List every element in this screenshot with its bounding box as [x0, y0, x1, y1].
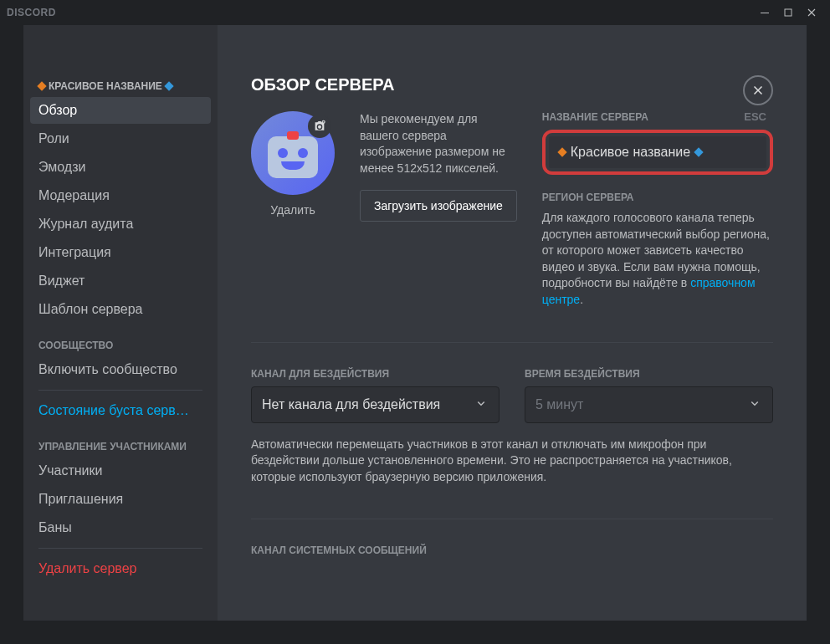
- titlebar: DISCORD: [0, 0, 830, 25]
- idle-help-text: Автоматически перемещать участников в эт…: [251, 437, 773, 486]
- sidebar-item-emoji[interactable]: Эмодзи: [30, 154, 211, 181]
- sidebar-divider: [38, 390, 202, 391]
- sidebar-item-integrations[interactable]: Интеграция: [30, 239, 211, 266]
- sidebar-divider: [38, 548, 202, 549]
- svg-rect-1: [785, 9, 792, 16]
- app-name: DISCORD: [7, 7, 56, 18]
- sidebar-item-bans[interactable]: Баны: [30, 514, 211, 541]
- chevron-down-icon: [747, 396, 762, 414]
- content-divider: [251, 342, 773, 343]
- upload-image-button[interactable]: Загрузить изображение: [360, 190, 517, 222]
- sidebar-item-audit-log[interactable]: Журнал аудита: [30, 211, 211, 238]
- sidebar-item-widget[interactable]: Виджет: [30, 268, 211, 294]
- diamond-orange-icon: [557, 147, 566, 156]
- sidebar-server-name: КРАСИВОЕ НАЗВАНИЕ: [30, 75, 211, 97]
- close-settings-button[interactable]: [743, 75, 773, 105]
- settings-content: ESC ОБЗОР СЕРВЕРА: [218, 25, 807, 621]
- idle-time-value: 5 минут: [535, 397, 583, 412]
- close-esc-label: ESC: [744, 110, 766, 123]
- region-label: РЕГИОН СЕРВЕРА: [542, 192, 773, 203]
- server-name-value: Красивое название: [571, 145, 690, 160]
- sidebar-item-template[interactable]: Шаблон сервера: [30, 296, 211, 323]
- idle-time-select[interactable]: 5 минут: [525, 386, 773, 423]
- idle-time-label: ВРЕМЯ БЕЗДЕЙСТВИЯ: [525, 368, 773, 380]
- diamond-orange-icon: [37, 81, 46, 90]
- image-recommendation-text: Мы рекомендуем для вашего сервера изобра…: [360, 111, 510, 176]
- sidebar-item-moderation[interactable]: Модерация: [30, 182, 211, 209]
- content-divider: [251, 519, 773, 519]
- system-channel-label: КАНАЛ СИСТЕМНЫХ СООБЩЕНИЙ: [251, 544, 773, 556]
- region-description: Для каждого голосового канала теперь дос…: [542, 210, 773, 309]
- close-window-button[interactable]: [800, 3, 823, 22]
- sidebar-category-community: СООБЩЕСТВО: [30, 325, 211, 356]
- idle-channel-select[interactable]: Нет канала для бездействия: [251, 386, 500, 423]
- sidebar-item-members[interactable]: Участники: [30, 457, 211, 484]
- idle-channel-label: КАНАЛ ДЛЯ БЕЗДЕЙСТВИЯ: [251, 368, 500, 380]
- server-avatar[interactable]: [251, 111, 335, 195]
- sidebar-item-overview[interactable]: Обзор: [30, 97, 211, 124]
- sidebar-item-delete-server[interactable]: Удалить сервер: [30, 555, 211, 582]
- server-name-label: НАЗВАНИЕ СЕРВЕРА: [542, 111, 773, 123]
- diamond-blue-icon: [694, 147, 704, 156]
- svg-rect-0: [761, 13, 769, 13]
- upload-image-icon[interactable]: [308, 115, 331, 138]
- sidebar-category-management: УПРАВЛЕНИЕ УЧАСТНИКАМИ: [30, 426, 211, 457]
- diamond-blue-icon: [164, 81, 173, 90]
- minimize-button[interactable]: [753, 3, 776, 22]
- sidebar-item-invites[interactable]: Приглашения: [30, 486, 211, 513]
- remove-avatar-link[interactable]: Удалить: [270, 203, 315, 217]
- highlight-annotation: Красивое название: [542, 130, 773, 175]
- sidebar-item-roles[interactable]: Роли: [30, 125, 211, 152]
- settings-sidebar: КРАСИВОЕ НАЗВАНИЕ Обзор Роли Эмодзи Моде…: [23, 25, 218, 621]
- server-name-input[interactable]: Красивое название: [549, 136, 766, 168]
- idle-channel-value: Нет канала для бездействия: [262, 397, 440, 412]
- page-title: ОБЗОР СЕРВЕРА: [251, 75, 773, 95]
- maximize-button[interactable]: [776, 3, 800, 22]
- chevron-down-icon: [474, 396, 489, 414]
- sidebar-item-boost-status[interactable]: Состояние буста серв…: [30, 397, 211, 424]
- sidebar-item-enable-community[interactable]: Включить сообщество: [30, 356, 211, 383]
